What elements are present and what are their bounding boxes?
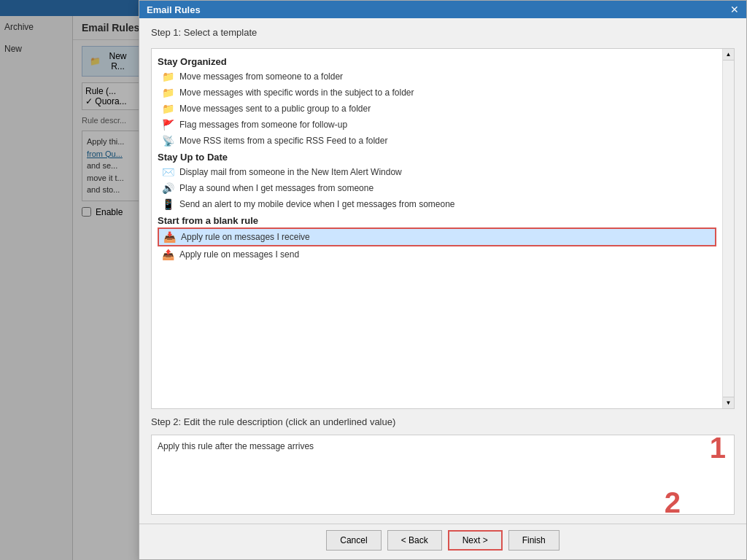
rule-description-text: Apply this rule after the message arrive… bbox=[158, 441, 314, 451]
back-button[interactable]: < Back bbox=[387, 530, 442, 551]
step2-label: Step 2: Edit the rule description (click… bbox=[151, 416, 735, 427]
step1-label: Step 1: Select a template bbox=[151, 27, 735, 38]
dialog-footer: Cancel < Back Next > Finish bbox=[139, 524, 746, 559]
template-box: Stay Organized 📁 Move messages from some… bbox=[151, 48, 735, 409]
cancel-button[interactable]: Cancel bbox=[326, 530, 381, 551]
mobile-icon: 📱 bbox=[160, 198, 175, 210]
folder-icon-1: 📁 bbox=[160, 71, 175, 82]
template-item-4[interactable]: 🚩 Flag messages from someone for follow-… bbox=[158, 117, 716, 133]
template-item-7[interactable]: 🔊 Play a sound when I get messages from … bbox=[158, 180, 716, 196]
template-item-5[interactable]: 📡 Move RSS items from a specific RSS Fee… bbox=[158, 133, 716, 149]
stay-up-to-date-header: Stay Up to Date bbox=[158, 152, 716, 163]
outbox-icon: 📤 bbox=[160, 249, 175, 260]
dialog-body: Step 1: Select a template Stay Organized… bbox=[139, 18, 746, 524]
template-item-3[interactable]: 📁 Move messages sent to a public group t… bbox=[158, 101, 716, 117]
folder-icon-3: 📁 bbox=[160, 103, 175, 114]
template-list: Stay Organized 📁 Move messages from some… bbox=[152, 49, 722, 408]
folder-icon-2: 📁 bbox=[160, 87, 175, 98]
finish-button[interactable]: Finish bbox=[508, 530, 560, 551]
next-button[interactable]: Next > bbox=[448, 530, 503, 551]
flag-icon: 🚩 bbox=[160, 119, 175, 131]
blank-rule-header: Start from a blank rule bbox=[158, 215, 716, 226]
scroll-up-button[interactable]: ▲ bbox=[723, 49, 734, 61]
template-item-apply-send[interactable]: 📤 Apply rule on messages I send bbox=[158, 246, 716, 262]
inbox-icon: 📥 bbox=[162, 231, 177, 243]
stay-organized-header: Stay Organized bbox=[158, 56, 716, 67]
template-item-2[interactable]: 📁 Move messages with specific words in t… bbox=[158, 85, 716, 101]
template-item-apply-receive[interactable]: 📥 Apply rule on messages I receive bbox=[158, 228, 716, 246]
dialog-close-button[interactable]: ✕ bbox=[730, 4, 739, 15]
template-item-8[interactable]: 📱 Send an alert to my mobile device when… bbox=[158, 196, 716, 212]
email-rules-dialog: Email Rules ✕ Step 1: Select a template … bbox=[139, 0, 747, 560]
template-scrollbar: ▲ ▼ bbox=[722, 49, 734, 408]
template-item-1[interactable]: 📁 Move messages from someone to a folder bbox=[158, 69, 716, 85]
mail-icon: ✉️ bbox=[160, 166, 175, 178]
dialog-title: Email Rules bbox=[147, 4, 201, 15]
rule-description-box: Apply this rule after the message arrive… bbox=[151, 435, 735, 515]
sound-icon: 🔊 bbox=[160, 182, 175, 194]
dialog-title-bar: Email Rules ✕ bbox=[139, 1, 746, 18]
rss-icon: 📡 bbox=[160, 135, 175, 147]
scroll-track bbox=[723, 61, 734, 397]
scroll-down-button[interactable]: ▼ bbox=[723, 397, 734, 408]
template-item-6[interactable]: ✉️ Display mail from someone in the New … bbox=[158, 164, 716, 180]
